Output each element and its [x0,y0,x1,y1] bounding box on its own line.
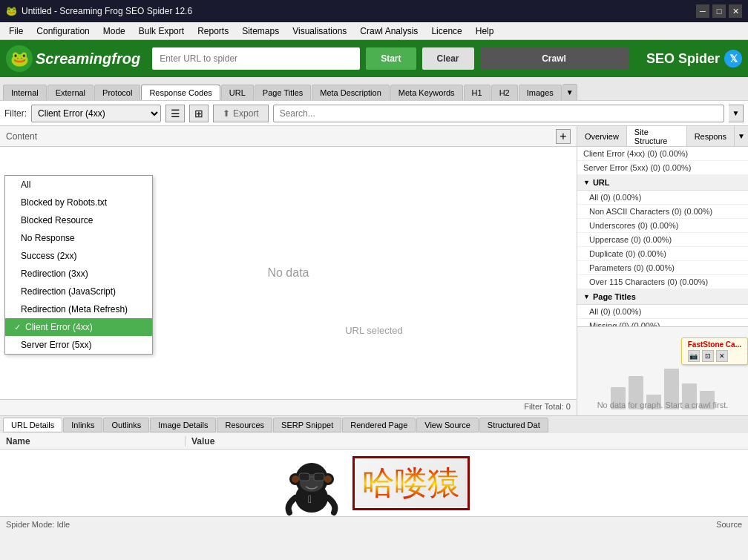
menu-file[interactable]: File [3,24,29,39]
check-icon-all [14,180,16,189]
right-item-url-all[interactable]: All (0) (0.00%) [577,191,748,205]
tab-url[interactable]: URL [221,85,254,100]
menu-visualisations[interactable]: Visualisations [286,24,352,39]
tab-meta-description[interactable]: Meta Description [312,85,390,100]
content-header: Content + [0,126,577,147]
start-button[interactable]: Start [366,47,416,70]
filter-total: Filter Total: 0 [0,399,577,415]
bottom-tab-image-details[interactable]: Image Details [150,418,216,432]
crawl-button[interactable]: Crawl [480,47,629,70]
right-tabs: Overview Site Structure Respons ▼ [577,126,748,147]
tab-strip: Internal External Protocol Response Code… [0,77,748,101]
chinese-text-container: 哈喽猿 [352,456,470,510]
check-icon-blocked-resource [14,216,16,225]
dropdown-label-redirection-meta: Redirection (Meta Refresh) [21,304,128,314]
right-item-url-uppercase[interactable]: Uppercase (0) (0.00%) [577,233,748,247]
add-column-button[interactable]: + [556,129,571,144]
menu-crawl-analysis[interactable]: Crawl Analysis [354,24,424,39]
menu-bulk-export[interactable]: Bulk Export [133,24,190,39]
tab-images[interactable]: Images [519,85,562,100]
right-item-pt-all[interactable]: All (0) (0.00%) [577,305,748,319]
right-item-url-parameters[interactable]: Parameters (0) (0.00%) [577,261,748,275]
tab-protocol[interactable]: Protocol [94,85,140,100]
right-item-label-url-parameters: Parameters (0) (0.00%) [589,263,675,272]
dropdown-item-blocked-resource[interactable]: Blocked Resource [5,211,152,229]
menu-licence[interactable]: Licence [425,24,468,39]
maximize-button[interactable]: □ [712,4,726,18]
bottom-tab-url-details[interactable]: URL Details [3,418,62,432]
filter-label: Filter: [4,108,27,119]
svg-text::  [308,493,312,505]
bottom-tab-resources[interactable]: Resources [217,418,272,432]
faststone-close-icon[interactable]: ✕ [716,350,728,362]
right-item-url-over115[interactable]: Over 115 Characters (0) (0.00%) [577,275,748,289]
right-item-url-non-ascii[interactable]: Non ASCII Characters (0) (0.00%) [577,205,748,219]
export-button[interactable]: ⬆ Export [213,105,269,122]
filter-dropdown: All Blocked by Robots.txt Blocked Resour… [4,175,153,355]
menu-help[interactable]: Help [470,24,500,39]
dropdown-item-redirection-3xx[interactable]: Redirection (3xx) [5,265,152,283]
right-item-client-error[interactable]: Client Error (4xx) (0) (0.00%) [577,147,748,161]
faststone-title: FastStone Ca... [688,340,741,349]
right-item-server-error[interactable]: Server Error (5xx) (0) (0.00%) [577,161,748,175]
right-item-pt-missing[interactable]: Missing (0) (0.00%) [577,319,748,326]
right-tab-site-structure[interactable]: Site Structure [627,126,687,146]
svg-rect-8 [314,473,324,481]
bottom-tab-structured-data[interactable]: Structured Dat [479,418,548,432]
tab-h1[interactable]: H1 [464,85,491,100]
dropdown-item-success[interactable]: Success (2xx) [5,247,152,265]
minimize-button[interactable]: ─ [696,4,709,18]
twitter-icon[interactable]: 𝕏 [724,50,742,67]
dropdown-item-all[interactable]: All [5,176,152,194]
menu-sitemaps[interactable]: Sitemaps [236,24,285,39]
chart-view-button[interactable]: ⊞ [189,105,209,122]
faststone-icons: 📷 ⊡ ✕ [688,350,741,362]
check-icon-no-response [14,234,16,243]
faststone-resize-icon[interactable]: ⊡ [702,350,714,362]
right-tab-response[interactable]: Respons [687,126,735,146]
tab-response-codes[interactable]: Response Codes [141,85,220,100]
right-item-url-duplicate[interactable]: Duplicate (0) (0.00%) [577,247,748,261]
filter-select[interactable]: All Blocked by Robots.txt Blocked Resour… [31,105,161,122]
faststone-camera-icon[interactable]: 📷 [688,350,700,362]
url-section-header[interactable]: ▼ URL [577,175,748,191]
search-input[interactable] [273,105,724,122]
clear-button[interactable]: Clear [422,47,474,70]
dropdown-item-server-error[interactable]: Server Error (5xx) [5,336,152,354]
right-tab-overview[interactable]: Overview [577,126,627,146]
tab-internal[interactable]: Internal [3,85,47,100]
tab-meta-keywords[interactable]: Meta Keywords [390,85,463,100]
dropdown-label-redirection-js: Redirection (JavaScript) [21,286,116,297]
close-button[interactable]: ✕ [729,4,742,18]
dropdown-item-client-error[interactable]: ✓ Client Error (4xx) [5,318,152,336]
page-titles-section-header[interactable]: ▼ Page Titles [577,289,748,305]
tab-external[interactable]: External [47,85,94,100]
menu-mode[interactable]: Mode [97,24,131,39]
dropdown-item-blocked-robots[interactable]: Blocked by Robots.txt [5,194,152,211]
check-icon-redirection-js [14,287,16,296]
url-input[interactable] [152,47,360,70]
bottom-tab-rendered-page[interactable]: Rendered Page [342,418,416,432]
tab-page-titles[interactable]: Page Titles [255,85,311,100]
right-item-url-underscores[interactable]: Underscores (0) (0.00%) [577,219,748,233]
right-item-label-url-all: All (0) (0.00%) [589,193,641,202]
tabs-more-button[interactable]: ▼ [562,84,577,100]
bottom-tab-serp-snippet[interactable]: SERP Snippet [273,418,341,432]
right-tabs-more-button[interactable]: ▼ [735,126,748,146]
dropdown-item-redirection-meta[interactable]: Redirection (Meta Refresh) [5,300,152,318]
bottom-tab-inlinks[interactable]: Inlinks [63,418,102,432]
dropdown-item-redirection-js[interactable]: Redirection (JavaScript) [5,283,152,300]
left-panel: Content + No data Filter Total: 0 All Bl… [0,126,577,415]
export-label: Export [233,108,259,119]
tab-h2[interactable]: H2 [491,85,518,100]
bottom-tab-view-source[interactable]: View Source [416,418,479,432]
menu-configuration[interactable]: Configuration [30,24,95,39]
dropdown-label-client-error: Client Error (4xx) [25,322,93,332]
toolbar: 🐸 Screamingfrog Start Clear Crawl SEO Sp… [0,40,748,77]
menu-reports[interactable]: Reports [191,24,234,39]
bottom-tab-outlinks[interactable]: Outlinks [103,418,149,432]
list-view-button[interactable]: ☰ [165,105,185,122]
search-dropdown-button[interactable]: ▼ [729,105,744,122]
check-icon-success [14,251,16,260]
dropdown-item-no-response[interactable]: No Response [5,229,152,247]
